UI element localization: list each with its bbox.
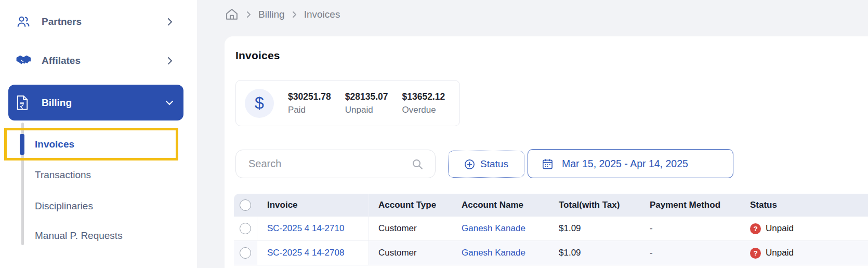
- page-title: Invoices: [235, 49, 280, 62]
- payment-method-cell: -: [642, 223, 742, 234]
- status-cell: ? Unpaid: [742, 223, 868, 234]
- account-type-cell: Customer: [369, 248, 453, 258]
- total-cell: $1.09: [550, 223, 642, 234]
- chevron-separator-icon: [291, 11, 298, 18]
- column-header-status: Status: [742, 200, 868, 210]
- subitem-label: Transactions: [35, 169, 91, 181]
- users-icon: [16, 14, 33, 30]
- column-header-invoice: Invoice: [257, 194, 369, 217]
- sidebar-item-label: Billing: [42, 97, 165, 109]
- chevron-separator-icon: [245, 11, 252, 18]
- subitem-label: Invoices: [35, 139, 74, 150]
- search-icon[interactable]: [411, 158, 424, 170]
- breadcrumb-billing[interactable]: Billing: [258, 9, 285, 20]
- stat-value: $28135.07: [345, 91, 388, 102]
- chevron-right-icon: [166, 18, 174, 26]
- status-label: Unpaid: [766, 248, 794, 258]
- plus-circle-icon: [464, 159, 475, 170]
- home-icon[interactable]: [225, 7, 239, 22]
- chevron-right-icon: [166, 57, 174, 65]
- status-label: Unpaid: [766, 223, 794, 234]
- sidebar-subitem-transactions[interactable]: Transactions: [35, 166, 170, 184]
- content-card: Invoices $ $30251.78 Paid $28135.07 Unpa…: [225, 36, 868, 268]
- breadcrumb: Billing Invoices: [225, 6, 340, 23]
- search-box: [235, 150, 436, 178]
- sidebar-item-label: Partners: [42, 16, 166, 28]
- breadcrumb-invoices[interactable]: Invoices: [304, 9, 340, 20]
- invoice-link[interactable]: SC-2025 4 14-2708: [267, 248, 344, 258]
- stat-label: Paid: [288, 105, 331, 115]
- date-range-button[interactable]: Mar 15, 2025 - Apr 14, 2025: [528, 149, 733, 178]
- row-checkbox[interactable]: [240, 223, 251, 234]
- invoice-link[interactable]: SC-2025 4 14-2710: [267, 223, 344, 234]
- column-header-account-type: Account Type: [369, 200, 453, 210]
- sidebar-item-billing[interactable]: Billing: [8, 85, 183, 120]
- stat-value: $13652.12: [402, 91, 445, 102]
- stat-label: Overdue: [402, 105, 445, 115]
- main-area: Billing Invoices Invoices $ $30251.78 Pa…: [197, 0, 868, 268]
- account-name-link[interactable]: Ganesh Kanade: [462, 223, 525, 233]
- sidebar-subitem-invoices[interactable]: Invoices: [35, 136, 170, 153]
- subitem-label: Manual P. Requests: [35, 230, 123, 242]
- question-badge-icon: ?: [750, 223, 761, 234]
- dollar-icon: $: [245, 89, 274, 118]
- total-cell: $1.09: [550, 248, 642, 258]
- active-submenu-indicator: [20, 134, 24, 155]
- filter-toolbar: Status Mar 15, 2025 - Apr 14, 2025: [235, 149, 859, 178]
- table-row[interactable]: SC-2025 4 14-2710 Customer Ganesh Kanade…: [234, 217, 868, 241]
- stat-unpaid: $28135.07 Unpaid: [345, 91, 388, 115]
- row-checkbox[interactable]: [240, 247, 251, 259]
- stat-label: Unpaid: [345, 105, 388, 115]
- status-cell: ? Unpaid: [742, 248, 868, 259]
- date-range-label: Mar 15, 2025 - Apr 14, 2025: [562, 158, 688, 170]
- sidebar-subitem-disciplinaries[interactable]: Disciplinaries: [35, 197, 170, 215]
- column-header-account-name: Account Name: [453, 200, 550, 210]
- sidebar-item-affilates[interactable]: Affilates: [8, 49, 183, 73]
- billing-document-icon: [16, 95, 33, 111]
- table-row[interactable]: SC-2025 4 14-2708 Customer Ganesh Kanade…: [234, 241, 868, 265]
- column-header-payment-method: Payment Method: [642, 200, 742, 210]
- sidebar-item-label: Affilates: [42, 55, 166, 66]
- handshake-icon: [16, 53, 33, 69]
- invoices-table: Invoice Account Type Account Name Total(…: [234, 194, 868, 265]
- select-all-checkbox[interactable]: [240, 199, 251, 211]
- sidebar-subitem-manual-p-requests[interactable]: Manual P. Requests: [35, 227, 170, 245]
- column-header-total: Total(with Tax): [550, 200, 642, 210]
- stat-paid: $30251.78 Paid: [288, 91, 331, 115]
- chevron-down-icon: [165, 99, 174, 107]
- subitem-label: Disciplinaries: [35, 200, 93, 212]
- app-window: Partners Affilates: [0, 0, 868, 268]
- table-header-row: Invoice Account Type Account Name Total(…: [234, 194, 868, 217]
- currency-symbol: $: [255, 93, 264, 113]
- sidebar: Partners Affilates: [0, 0, 197, 268]
- sidebar-item-partners[interactable]: Partners: [8, 10, 183, 34]
- account-type-cell: Customer: [369, 223, 453, 234]
- search-input[interactable]: [248, 158, 411, 170]
- question-badge-icon: ?: [750, 248, 761, 259]
- account-name-link[interactable]: Ganesh Kanade: [462, 248, 525, 258]
- calendar-icon: [542, 158, 554, 170]
- stat-value: $30251.78: [288, 91, 331, 102]
- status-filter-label: Status: [480, 158, 508, 170]
- stat-overdue: $13652.12 Overdue: [402, 91, 445, 115]
- status-filter-button[interactable]: Status: [448, 151, 524, 178]
- billing-summary-card: $ $30251.78 Paid $28135.07 Unpaid $13652…: [235, 80, 460, 126]
- payment-method-cell: -: [642, 248, 742, 258]
